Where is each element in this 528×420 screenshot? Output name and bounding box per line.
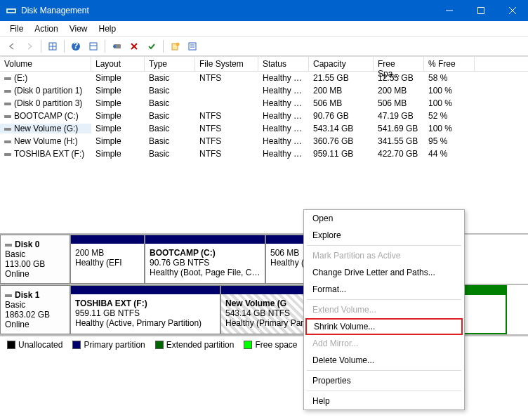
volume-row[interactable]: TOSHIBA EXT (F:)SimpleBasicNTFSHealthy (… (0, 147, 528, 160)
col-header-capacity[interactable]: Capacity (309, 57, 374, 71)
col-header-filesystem[interactable]: File System (195, 57, 258, 71)
menu-item[interactable]: Explore (304, 227, 464, 244)
menu-item[interactable]: Shrink Volume... (305, 318, 463, 335)
svg-rect-12 (90, 43, 97, 50)
help-icon[interactable]: ? (68, 39, 84, 54)
toolbar: ? (0, 37, 528, 56)
menu-item[interactable]: Properties (304, 372, 464, 389)
volume-row[interactable]: (E:)SimpleBasicNTFSHealthy (B...21.55 GB… (0, 72, 528, 84)
menu-view[interactable]: View (64, 22, 93, 35)
menu-item[interactable]: Help (304, 393, 464, 409)
menu-separator (307, 245, 461, 246)
menu-separator (307, 299, 461, 300)
volume-row[interactable]: (Disk 0 partition 1)SimpleBasicHealthy (… (0, 84, 528, 97)
col-header-volume[interactable]: Volume (0, 57, 91, 71)
volume-grid-header: Volume Layout Type File System Status Ca… (0, 56, 528, 72)
disk-partition[interactable]: BOOTCAMP (C:)90.76 GB NTFSHealthy (Boot,… (145, 235, 265, 284)
titlebar: Disk Management (0, 0, 528, 21)
app-icon (6, 5, 17, 16)
menubar: File Action View Help (0, 21, 528, 37)
legend-item: Free space (244, 340, 297, 350)
view-panes-icon[interactable] (86, 39, 101, 54)
menu-action[interactable]: Action (29, 22, 63, 35)
volume-grid[interactable]: (E:)SimpleBasicNTFSHealthy (B...21.55 GB… (0, 72, 528, 160)
disk-partition[interactable]: TOSHIBA EXT (F:)959.11 GB NTFSHealthy (A… (70, 285, 220, 334)
menu-item[interactable]: Open (304, 210, 464, 227)
menu-item[interactable]: Change Drive Letter and Paths... (304, 264, 464, 281)
view-list-icon[interactable] (45, 39, 60, 54)
properties-icon[interactable] (185, 39, 200, 54)
menu-separator (307, 391, 461, 391)
minimize-button[interactable] (433, 0, 465, 21)
svg-rect-4 (477, 8, 484, 14)
content-area: Volume Layout Type File System Status Ca… (0, 56, 528, 336)
menu-item: Add Mirror... (304, 335, 464, 352)
disk-label[interactable]: Disk 1Basic1863.02 GBOnline (0, 285, 70, 334)
maximize-button[interactable] (465, 0, 496, 21)
menu-file[interactable]: File (4, 22, 29, 35)
menu-item[interactable]: Delete Volume... (304, 352, 464, 369)
col-header-layout[interactable]: Layout (91, 57, 145, 71)
disk-partition[interactable]: 200 MBHealthy (EFI (70, 235, 145, 284)
col-header-type[interactable]: Type (145, 57, 195, 71)
menu-item: Extend Volume... (304, 301, 464, 318)
volume-row[interactable]: BOOTCAMP (C:)SimpleBasicNTFSHealthy (B..… (0, 110, 528, 122)
legend-item: Primary partition (72, 340, 145, 350)
close-button[interactable] (496, 0, 528, 21)
volume-row[interactable]: New Volume (H:)SimpleBasicNTFSHealthy (L… (0, 135, 528, 147)
forward-button[interactable] (22, 39, 37, 54)
svg-point-15 (113, 45, 116, 48)
col-header-pctfree[interactable]: % Free (424, 57, 475, 71)
menu-help[interactable]: Help (93, 22, 122, 35)
volume-row[interactable]: New Volume (G:)SimpleBasicNTFSHealthy (P… (0, 122, 528, 135)
svg-text:?: ? (73, 41, 78, 51)
svg-point-19 (176, 42, 180, 46)
disk-label[interactable]: Disk 0Basic113.00 GBOnline (0, 235, 70, 284)
menu-item: Mark Partition as Active (304, 247, 464, 264)
menu-item[interactable]: Format... (304, 281, 464, 298)
window-title: Disk Management (21, 6, 433, 15)
legend-item: Extended partition (155, 340, 235, 350)
delete-icon[interactable] (126, 39, 142, 54)
legend-item: Unallocated (7, 340, 62, 350)
svg-rect-2 (8, 10, 15, 12)
context-menu: OpenExploreMark Partition as ActiveChang… (303, 209, 465, 410)
col-header-freespace[interactable]: Free Spa... (374, 57, 424, 71)
col-header-status[interactable]: Status (258, 57, 309, 71)
menu-separator (307, 370, 461, 371)
svg-rect-20 (189, 43, 196, 50)
back-button[interactable] (4, 39, 20, 54)
checkmark-icon[interactable] (144, 39, 159, 54)
volume-row[interactable]: (Disk 0 partition 3)SimpleBasicHealthy (… (0, 97, 528, 110)
new-icon[interactable] (167, 39, 183, 54)
refresh-icon[interactable] (109, 39, 124, 54)
